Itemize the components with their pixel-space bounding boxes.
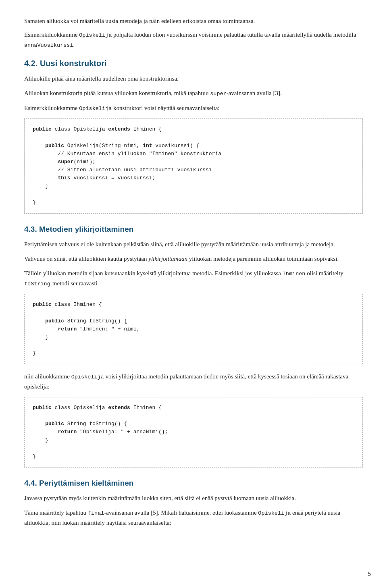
code-block-1: public class Opiskelija extends Ihminen …: [24, 118, 363, 213]
section-43-p3: Tällöin yliluokan metodin sijaan kutsuta…: [24, 268, 363, 288]
intro-p2-end: .: [73, 42, 75, 48]
intro-p2-code1: Opiskelija: [79, 32, 112, 38]
section-44-p1: Javassa pystytään myös kuitenkin määritt…: [24, 493, 363, 503]
section-44-p2: Tämä määrittely tapahtuu final-avainsana…: [24, 508, 363, 528]
section-42-p1: Aliluokille pitää aina määritellä uudell…: [24, 74, 363, 83]
intro-p2: Esimerkkiluokkamme Opiskelija pohjalta l…: [24, 30, 363, 50]
code-block-2: public class Ihminen { public String toS…: [24, 294, 363, 364]
code-block-3: public class Opiskelija extends Ihminen …: [24, 397, 363, 467]
intro-p2-before: Esimerkkiluokkamme: [24, 31, 79, 38]
section-42-p3: Esimerkkiluokkamme Opiskelija konstrukto…: [24, 103, 363, 113]
section-43-heading: 4.3. Metodien ylikirjoittaminen: [24, 223, 363, 235]
section-42-heading: 4.2. Uusi konstruktori: [24, 57, 363, 70]
section-43-p5: niin aliluokkamme Opiskelija voisi yliki…: [24, 372, 363, 391]
intro-p1: Samaten aliluokka voi määritellä uusia m…: [24, 16, 363, 26]
intro-p2-code2: annaVuosikurssi: [24, 42, 73, 48]
intro-p2-after: pohjalta luodun olion vuosikurssin voisi…: [112, 31, 356, 38]
section-44-heading: 4.4. Periyttämisen kieltäminen: [24, 477, 363, 489]
section-43-p1: Periyttämisen vahvuus ei ole kuitenkaan …: [24, 239, 363, 249]
section-43-p2: Vahvuus on siinä, että aliluokkien kautt…: [24, 254, 363, 264]
section-42-p2: Aliluokan konstruktorin pitää kutsua yli…: [24, 88, 363, 98]
